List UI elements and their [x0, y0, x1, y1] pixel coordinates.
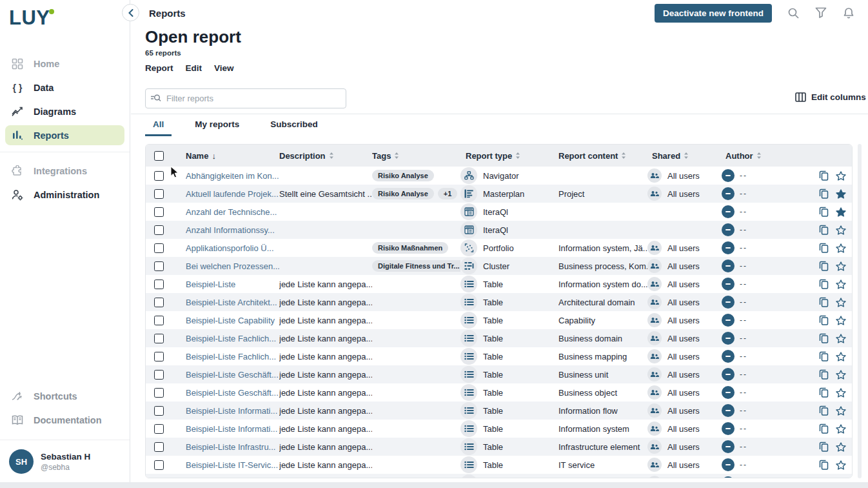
report-name-link[interactable]: Anzahl Informationssy...: [186, 225, 275, 235]
report-name-link[interactable]: Beispiel-Liste Informati...: [186, 406, 277, 416]
header-description[interactable]: Description: [279, 151, 372, 161]
sidebar-item-diagrams[interactable]: Diagrams: [0, 99, 130, 123]
favorite-star-icon[interactable]: [836, 442, 846, 452]
filter-reports-input[interactable]: [145, 88, 346, 108]
notifications-bell-icon[interactable]: [843, 7, 855, 19]
header-report-content[interactable]: Report content: [558, 151, 647, 161]
sidebar-item-shortcuts[interactable]: Shortcuts: [0, 384, 130, 408]
row-checkbox[interactable]: [154, 280, 164, 289]
horizontal-scrollbar[interactable]: [0, 482, 868, 488]
favorite-star-icon[interactable]: [836, 388, 846, 398]
vertical-scrollbar[interactable]: [858, 144, 862, 478]
user-profile[interactable]: SH Sebastian H @sebha: [0, 440, 130, 488]
report-name-link[interactable]: Anzahl der Technische...: [186, 207, 277, 217]
sidebar-item-data[interactable]: { } Data: [0, 76, 130, 99]
search-icon[interactable]: [787, 7, 800, 19]
table-row[interactable]: Bei welchen Prozessen... Digitale Fitnes…: [146, 257, 852, 275]
favorite-star-icon[interactable]: [836, 424, 846, 434]
edit-columns-button[interactable]: Edit columns: [795, 92, 866, 102]
table-row[interactable]: Aktuell laufende Projek... Stellt eine G…: [146, 185, 852, 203]
sidebar-collapse-button[interactable]: [122, 4, 139, 21]
report-name-link[interactable]: Applikationsporfolio Ü...: [186, 243, 274, 253]
table-row[interactable]: Beispiel-Liste Geschäft... jede Liste ka…: [146, 383, 852, 402]
tab-subscribed[interactable]: Subscribed: [262, 114, 326, 136]
row-checkbox[interactable]: [154, 225, 164, 235]
report-name-link[interactable]: Beispiel-Liste Capability: [186, 316, 275, 325]
row-checkbox[interactable]: [154, 352, 164, 361]
table-row[interactable]: Beispiel-Liste Informati... jede Liste k…: [146, 420, 852, 438]
sidebar-item-home[interactable]: Home: [0, 52, 130, 76]
sidebar-item-documentation[interactable]: Documentation: [0, 408, 130, 432]
table-row[interactable]: Anzahl der Technische... IteraQl --: [146, 203, 852, 221]
copy-report-icon[interactable]: [819, 243, 829, 253]
favorite-star-icon[interactable]: [836, 171, 846, 181]
row-checkbox[interactable]: [154, 370, 164, 380]
favorite-star-icon[interactable]: [836, 243, 846, 253]
favorite-star-icon[interactable]: [836, 334, 846, 343]
copy-report-icon[interactable]: [819, 460, 829, 470]
copy-report-icon[interactable]: [819, 297, 829, 307]
report-name-link[interactable]: Abhängigkeiten im Kon...: [186, 171, 279, 181]
report-name-link[interactable]: Beispiel-Liste Geschäft...: [186, 388, 279, 398]
row-checkbox[interactable]: [154, 207, 164, 217]
table-row[interactable]: Beispiel-Liste IT-Servic... jede Liste k…: [146, 456, 852, 474]
favorite-star-icon[interactable]: [836, 478, 846, 479]
row-checkbox[interactable]: [154, 406, 164, 416]
report-name-link[interactable]: Beispiel-Liste Informati...: [186, 424, 277, 434]
favorite-star-icon[interactable]: [836, 280, 846, 289]
table-row[interactable]: Beispiel-Liste jede Liste kann angepa...…: [146, 275, 852, 293]
select-all-checkbox[interactable]: [154, 151, 164, 161]
favorite-star-icon[interactable]: [836, 460, 846, 470]
row-checkbox[interactable]: [154, 334, 164, 343]
row-checkbox[interactable]: [154, 189, 164, 199]
header-shared[interactable]: Shared: [647, 151, 722, 161]
favorite-star-icon[interactable]: [836, 406, 846, 416]
copy-report-icon[interactable]: [819, 333, 829, 343]
header-report-type[interactable]: Report type: [460, 151, 558, 161]
table-row[interactable]: Beispiel-Liste Fachlich... jede Liste ka…: [146, 347, 852, 365]
row-checkbox[interactable]: [154, 243, 164, 253]
table-row[interactable]: Applikationsporfolio Ü... Risiko Maßnahm…: [146, 239, 852, 257]
row-checkbox[interactable]: [154, 478, 164, 479]
filter-funnel-icon[interactable]: [815, 7, 827, 19]
table-row[interactable]: Beispiel-Liste Fachlich... jede Liste ka…: [146, 329, 852, 347]
menu-edit[interactable]: Edit: [186, 63, 202, 73]
copy-report-icon[interactable]: [819, 442, 829, 452]
report-name-link[interactable]: Beispiel-Liste Fachlich...: [186, 334, 276, 343]
copy-report-icon[interactable]: [819, 423, 829, 434]
table-row[interactable]: Beispiel-Liste Geschäft... jede Liste ka…: [146, 365, 852, 383]
favorite-star-icon[interactable]: [836, 189, 846, 199]
copy-report-icon[interactable]: [819, 369, 829, 380]
favorite-star-icon[interactable]: [836, 298, 846, 307]
report-name-link[interactable]: Beispiel-Liste Geschäft...: [186, 370, 279, 380]
tab-my-reports[interactable]: My reports: [187, 114, 247, 136]
favorite-star-icon[interactable]: [836, 207, 846, 217]
table-row[interactable]: Anzahl Informationssy... IteraQl --: [146, 221, 852, 239]
row-checkbox[interactable]: [154, 298, 164, 307]
copy-report-icon[interactable]: [819, 351, 829, 361]
table-row[interactable]: Beispiel-Liste Informati... jede Liste k…: [146, 402, 852, 420]
row-checkbox[interactable]: [154, 261, 164, 271]
favorite-star-icon[interactable]: [836, 370, 846, 380]
report-name-link[interactable]: Beispiel-Liste: [186, 280, 235, 289]
copy-report-icon[interactable]: [819, 279, 829, 289]
copy-report-icon[interactable]: [819, 207, 829, 217]
favorite-star-icon[interactable]: [836, 261, 846, 271]
report-name-link[interactable]: Aktuell laufende Projek...: [186, 189, 279, 199]
copy-report-icon[interactable]: [819, 387, 829, 398]
copy-report-icon[interactable]: [819, 478, 829, 478]
report-name-link[interactable]: Beispiel-Liste Fachlich...: [186, 352, 276, 361]
sidebar-item-reports[interactable]: Reports: [5, 125, 124, 145]
favorite-star-icon[interactable]: [836, 352, 846, 361]
favorite-star-icon[interactable]: [836, 316, 846, 325]
copy-report-icon[interactable]: [819, 261, 829, 271]
row-checkbox[interactable]: [154, 424, 164, 434]
row-checkbox[interactable]: [154, 388, 164, 398]
header-tags[interactable]: Tags: [372, 151, 460, 161]
report-name-link[interactable]: Beispiel-Liste Architekt...: [186, 298, 277, 307]
table-row[interactable]: Abhängigkeiten im Kon... Risiko Analyse …: [146, 167, 852, 185]
copy-report-icon[interactable]: [819, 170, 829, 181]
header-author[interactable]: Author: [722, 151, 816, 161]
favorite-star-icon[interactable]: [836, 225, 846, 235]
row-checkbox[interactable]: [154, 442, 164, 452]
